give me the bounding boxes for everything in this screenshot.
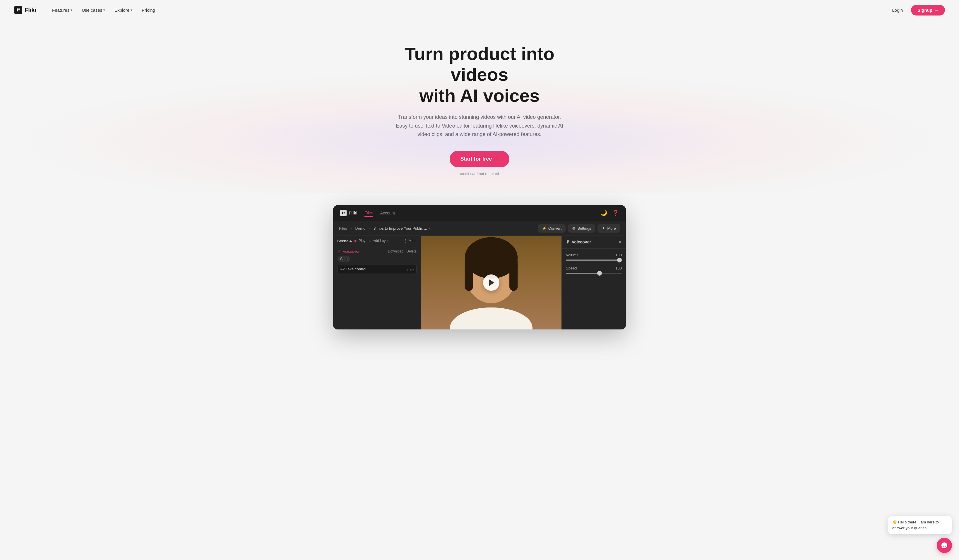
nav-explore[interactable]: Explore ▾ [110,5,136,15]
toolbar-right: ⚡ Convert ⚙ Settings ⋮ More [538,224,620,232]
hero-section: Turn product into videos with AI voices … [0,20,959,193]
breadcrumb-sep-2: › [369,226,370,230]
breadcrumb-demo[interactable]: Demo [355,226,365,231]
download-button[interactable]: Download [388,249,403,253]
app-preview: Fliki Files Account 🌙 ❓ Files › Demo › 3… [333,205,626,329]
main-nav: Fliki Features ▾ Use cases ▾ Explore ▾ P… [0,0,959,20]
logo-icon [14,6,22,14]
settings-button[interactable]: ⚙ Settings [568,224,595,232]
hero-title: Turn product into videos with AI voices [374,43,585,106]
svg-rect-5 [465,258,473,291]
speed-track [566,273,622,274]
chat-bubble: 👋 Hello there, I am here to answer your … [887,516,952,534]
app-logo-icon [340,210,347,216]
right-panel: 🎙 Voiceover ✕ Volume 100 [561,236,626,329]
convert-button[interactable]: ⚡ Convert [538,224,566,232]
hero-subtitle: Transform your ideas into stunning video… [392,113,567,139]
voiceover-panel-header: 🎙 Voiceover ✕ [562,236,626,249]
nav-use-cases[interactable]: Use cases ▾ [78,5,109,15]
hero-note: credit card not required [6,172,953,176]
volume-label-row: Volume 100 [566,253,622,257]
logo[interactable]: Fliki [14,6,36,14]
chat-widget: 👋 Hello there, I am here to answer your … [887,516,952,553]
volume-track [566,259,622,261]
speaker-tag[interactable]: Sara [337,256,350,262]
volume-slider-row: Volume 100 [566,253,622,261]
nav-features[interactable]: Features ▾ [48,5,76,15]
chevron-down-icon: ▾ [131,8,132,12]
settings-icon: ⚙ [572,226,575,231]
scene-label: Scene 4 [337,239,352,243]
signup-button[interactable]: Signup → [911,5,945,16]
app-logo: Fliki [340,210,357,216]
speed-fill [566,273,599,274]
play-icon: ▶ [355,239,357,243]
volume-label: Volume [566,253,578,257]
volume-value: 100 [615,253,622,257]
speed-value: 100 [615,266,622,270]
script-text: #2 Take control. 00:02 [337,264,417,274]
app-navbar: Fliki Files Account 🌙 ❓ [333,205,626,221]
moon-icon[interactable]: 🌙 [601,210,607,216]
layer-icon: ⊕ [368,239,371,243]
scene-more-button[interactable]: ⋮ More [404,239,417,243]
chevron-down-icon: ▾ [104,8,105,12]
speed-label: Speed [566,266,577,270]
more-icon: ⋮ [602,226,605,231]
delete-button[interactable]: Delete [406,249,417,253]
voiceover-panel-title: 🎙 Voiceover [566,240,591,244]
timestamp: 00:02 [406,268,414,272]
slider-group: Volume 100 Speed 100 [562,249,626,283]
chat-open-button[interactable] [937,538,952,553]
scene-actions-right: ⋮ More [404,239,417,243]
nav-links: Features ▾ Use cases ▾ Explore ▾ Pricing [48,5,887,15]
close-panel-button[interactable]: ✕ [618,239,622,245]
speed-label-row: Speed 100 [566,266,622,270]
video-play-button[interactable] [483,274,499,291]
more-button[interactable]: ⋮ More [597,224,620,232]
app-main: Scene 4 ▶ Play ⊕ Add Layer ⋮ More [333,236,626,329]
breadcrumb-current[interactable]: 3 Tips to Improve Your Public ... ▾ [374,226,431,231]
scene-header: Scene 4 ▶ Play ⊕ Add Layer ⋮ More [333,236,421,247]
app-tab-account[interactable]: Account [380,210,395,216]
nav-right: Login Signup → [887,5,945,16]
mic-panel-icon: 🎙 [566,240,570,244]
speed-slider-row: Speed 100 [566,266,622,274]
chat-icon-svg [941,542,948,549]
play-button[interactable]: ▶ Play [355,239,365,243]
app-preview-wrapper: Fliki Files Account 🌙 ❓ Files › Demo › 3… [0,205,959,329]
nav-pricing[interactable]: Pricing [138,5,159,15]
center-panel [421,236,561,329]
volume-fill [566,259,622,261]
chevron-down-icon: ▾ [429,226,431,230]
app-toolbar: Files › Demo › 3 Tips to Improve Your Pu… [333,221,626,236]
start-free-button[interactable]: Start for free → [450,151,509,167]
voiceover-name: 🎙 Voiceover [337,249,360,254]
speed-thumb[interactable] [597,271,602,275]
login-button[interactable]: Login [887,5,908,15]
convert-icon: ⚡ [542,226,546,231]
breadcrumb-sep-1: › [350,226,352,230]
volume-thumb[interactable] [617,258,622,262]
left-panel: Scene 4 ▶ Play ⊕ Add Layer ⋮ More [333,236,421,329]
chevron-down-icon: ▾ [70,8,72,12]
voiceover-row: 🎙 Voiceover Download Delete Sara #2 Take… [333,247,421,277]
voiceover-actions: Download Delete [388,249,417,253]
mic-icon: 🎙 [337,249,341,254]
logo-text: Fliki [25,7,36,13]
app-tab-files[interactable]: Files [365,209,373,217]
arrow-right-icon: → [934,8,938,13]
more-dots-icon: ⋮ [404,239,407,243]
app-nav-right-icons: 🌙 ❓ [601,210,619,216]
svg-rect-6 [509,258,518,291]
voiceover-title-row: 🎙 Voiceover Download Delete [337,249,417,254]
breadcrumb-files[interactable]: Files [339,226,347,231]
help-icon[interactable]: ❓ [612,210,619,216]
add-layer-button[interactable]: ⊕ Add Layer [368,239,389,243]
